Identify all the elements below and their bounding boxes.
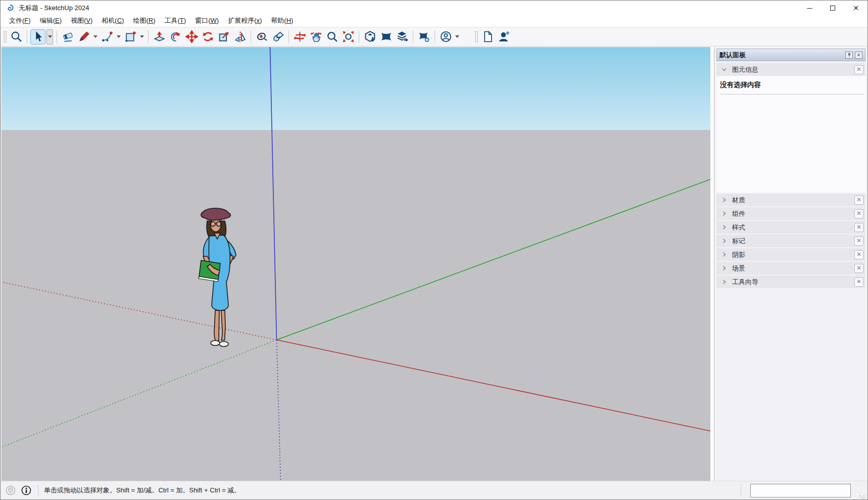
extension-warehouse-tool-button[interactable] (378, 29, 394, 44)
tool-dropdown-arrow-icon[interactable] (138, 29, 146, 44)
tape-measure-tool-button[interactable] (254, 29, 269, 44)
section-close-icon[interactable]: ✕ (854, 278, 863, 287)
toolbar-separator (435, 30, 435, 43)
panel-section-label: 场景 (732, 264, 854, 273)
menu-extensions[interactable]: 扩展程序(x) (223, 16, 266, 27)
panel-section-instructor[interactable]: 工具向导✕ (716, 276, 865, 288)
menubar: 文件(F)编辑(E)视图(V)相机(C)绘图(R)工具(T)窗口(W)扩展程序(… (1, 16, 867, 27)
section-close-icon[interactable]: ✕ (854, 209, 863, 218)
chevron-right-icon[interactable] (721, 265, 728, 271)
panel-section-label: 图元信息 (732, 65, 854, 74)
panel-gap (710, 47, 714, 481)
menu-file[interactable]: 文件(F) (5, 16, 35, 27)
toolbar-grip[interactable] (474, 31, 478, 43)
maximize-button[interactable] (821, 1, 844, 16)
select-dropdown-icon[interactable] (46, 29, 53, 44)
account-tool-button[interactable] (438, 29, 453, 44)
panel-section-label: 组件 (732, 209, 854, 218)
entity-info-body: 没有选择内容 (716, 76, 865, 193)
new-file-tool-button[interactable] (480, 29, 495, 44)
flip-tool-button[interactable] (232, 29, 248, 44)
menu-view[interactable]: 视图(V) (66, 16, 97, 27)
toolbar-separator (57, 30, 57, 43)
menu-draw[interactable]: 绘图(R) (128, 16, 160, 27)
panel-section-label: 阴影 (732, 250, 854, 259)
menu-camera[interactable]: 相机(C) (97, 16, 128, 27)
add-person-tool-button[interactable] (496, 29, 511, 44)
panel-header[interactable]: 默认面板 ✕ (716, 49, 865, 61)
toolbar (1, 27, 867, 47)
panel-section-shadows[interactable]: 阴影✕ (716, 248, 865, 261)
section-close-icon[interactable]: ✕ (854, 250, 863, 259)
move-tool-button[interactable] (184, 29, 199, 44)
menu-help[interactable]: 帮助(H) (266, 16, 298, 27)
eraser-tool-button[interactable] (60, 29, 75, 44)
panel-pin-icon[interactable] (845, 52, 853, 59)
statusbar-divider (38, 484, 38, 496)
tool-dropdown-arrow-icon[interactable] (92, 29, 99, 44)
orbit-tool-button[interactable] (292, 29, 307, 44)
arc-tool-button[interactable] (100, 29, 115, 44)
window-title: 无标题 - SketchUp 2024 (19, 4, 798, 13)
toolbar-separator (359, 30, 359, 43)
info-icon[interactable] (21, 485, 32, 496)
chevron-down-icon[interactable] (721, 66, 728, 73)
section-close-icon[interactable]: ✕ (854, 223, 863, 232)
pan-tool-button[interactable] (308, 29, 323, 44)
paint-bucket-tool-button[interactable] (270, 29, 285, 44)
zoom-tool-button[interactable] (324, 29, 340, 44)
chevron-right-icon[interactable] (721, 238, 728, 244)
sketchup-logo-icon (6, 4, 15, 13)
panel-close-icon[interactable]: ✕ (855, 52, 862, 59)
chevron-right-icon[interactable] (721, 210, 728, 217)
follow-me-tool-button[interactable] (168, 29, 183, 44)
share-model-tool-button[interactable] (395, 29, 410, 44)
panel-section-label: 标记 (732, 237, 854, 246)
menu-window[interactable]: 窗口(W) (190, 16, 223, 27)
panel-section-materials[interactable]: 材质✕ (716, 194, 865, 206)
resize-grip[interactable] (859, 495, 860, 496)
panel-section-entity-info[interactable]: 图元信息✕ (716, 63, 865, 76)
3d-viewport[interactable] (1, 47, 710, 481)
menu-edit[interactable]: 编辑(E) (35, 16, 66, 27)
minimize-button[interactable] (798, 1, 821, 16)
panel-section-label: 样式 (732, 223, 854, 232)
default-tray-panel: 默认面板 ✕ 图元信息✕没有选择内容材质✕组件✕样式✕标记✕阴影✕场景✕工具向导… (714, 47, 867, 481)
3d-warehouse-tool-button[interactable] (362, 29, 377, 44)
toolbar-separator (413, 30, 413, 43)
zoom-extents-tool-button[interactable] (341, 29, 356, 44)
no-selection-text: 没有选择内容 (720, 80, 864, 89)
panel-section-styles[interactable]: 样式✕ (716, 221, 865, 234)
section-close-icon[interactable]: ✕ (854, 196, 863, 205)
close-button[interactable]: ✕ (844, 1, 867, 16)
scale-tool-button[interactable] (216, 29, 231, 44)
main-area: 默认面板 ✕ 图元信息✕没有选择内容材质✕组件✕样式✕标记✕阴影✕场景✕工具向导… (1, 47, 867, 481)
toolbar-grip[interactable] (3, 31, 7, 43)
measurements-input[interactable] (750, 484, 851, 497)
rotate-tool-button[interactable] (200, 29, 215, 44)
tool-dropdown-arrow-icon[interactable] (454, 29, 461, 44)
chevron-right-icon[interactable] (721, 279, 728, 285)
push-pull-tool-button[interactable] (152, 29, 167, 44)
panel-section-label: 工具向导 (732, 278, 854, 287)
chevron-right-icon[interactable] (721, 251, 728, 258)
menu-tools[interactable]: 工具(T) (160, 16, 191, 27)
tool-dropdown-arrow-icon[interactable] (115, 29, 122, 44)
section-close-icon[interactable]: ✕ (854, 65, 863, 74)
panel-section-tags[interactable]: 标记✕ (716, 235, 865, 247)
geolocation-icon[interactable] (5, 485, 16, 496)
chevron-right-icon[interactable] (721, 224, 728, 231)
panel-section-components[interactable]: 组件✕ (716, 207, 865, 220)
rectangle-tool-button[interactable] (123, 29, 138, 44)
toolbar-separator (288, 30, 289, 43)
chevron-right-icon[interactable] (721, 197, 728, 203)
select-tool-button[interactable] (30, 29, 45, 44)
extension-manager-tool-button[interactable] (416, 29, 431, 44)
search-tool-button[interactable] (9, 29, 24, 44)
scale-figure[interactable] (196, 206, 245, 350)
section-close-icon[interactable]: ✕ (854, 237, 863, 246)
toolbar-separator (251, 30, 251, 43)
panel-section-scenes[interactable]: 场景✕ (716, 262, 865, 275)
section-close-icon[interactable]: ✕ (854, 264, 863, 273)
line-tool-button[interactable] (76, 29, 91, 44)
